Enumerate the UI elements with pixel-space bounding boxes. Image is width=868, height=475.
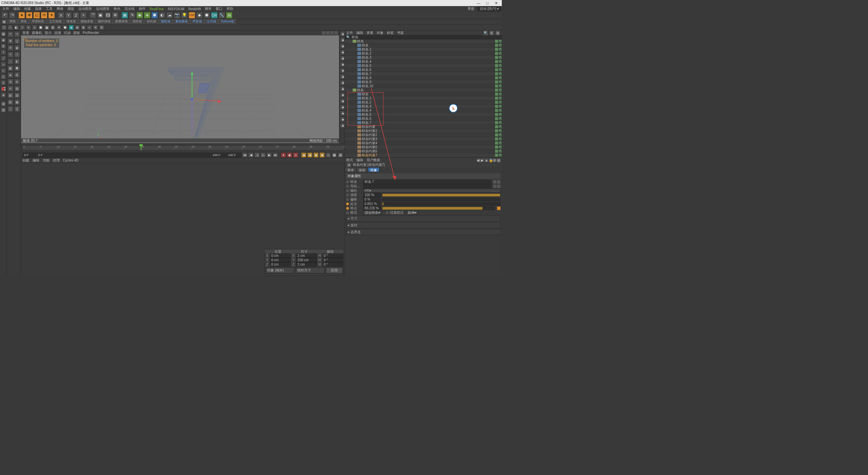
om-icon-b[interactable]: ⊞ bbox=[489, 30, 494, 36]
vp-menu-面板[interactable]: 面板 bbox=[73, 31, 80, 35]
keyframe-icon[interactable] bbox=[497, 207, 500, 210]
move-tool[interactable]: ✥ bbox=[26, 12, 33, 19]
undo-button[interactable]: ↶ bbox=[1, 12, 8, 19]
menu-7[interactable]: 运动图形 bbox=[77, 6, 94, 11]
sb-icon[interactable]: ▦ bbox=[1, 19, 7, 24]
camera-tool[interactable]: 📷 bbox=[174, 12, 180, 19]
record-key[interactable]: ● bbox=[281, 152, 286, 158]
magnet-icon[interactable]: 🧲 bbox=[1, 86, 6, 92]
menu-12[interactable]: RealFlow bbox=[148, 7, 165, 11]
menu-10[interactable]: 流水线 bbox=[123, 6, 136, 11]
field-10[interactable]: 随机域 bbox=[159, 19, 173, 24]
attr-mode-dropdown[interactable]: 适合样条 ▾ bbox=[363, 211, 382, 215]
key-s[interactable]: ◆ bbox=[307, 152, 313, 158]
tl-start-field[interactable]: 0 F bbox=[22, 153, 36, 157]
vp-menu-摄像机[interactable]: 摄像机 bbox=[32, 31, 42, 35]
attr-end-field[interactable]: 89.226 % bbox=[363, 206, 381, 210]
lg-2[interactable]: ✥ bbox=[7, 38, 14, 44]
lg-3[interactable]: ◱ bbox=[14, 38, 20, 44]
field-4[interactable]: 球体域 bbox=[64, 19, 78, 24]
lg-15[interactable]: ⊗ bbox=[14, 79, 20, 85]
subdiv-surface[interactable]: ◉ bbox=[136, 12, 143, 19]
attr-menu-模式[interactable]: 模式 bbox=[346, 158, 353, 163]
lg-23[interactable]: ▒ bbox=[14, 106, 20, 112]
field-9[interactable]: 径向域 bbox=[144, 19, 158, 24]
tl-end-in[interactable]: 100 F bbox=[211, 153, 226, 157]
menu-6[interactable]: 捕捉 bbox=[66, 6, 76, 11]
attr-b[interactable]: ▤ bbox=[497, 158, 500, 162]
t2-8[interactable]: ▦ bbox=[44, 25, 50, 30]
attr-a[interactable]: ⊞ bbox=[493, 158, 496, 162]
vp-menu-显示[interactable]: 显示 bbox=[45, 31, 52, 35]
render-view[interactable]: 🎬 bbox=[90, 12, 96, 19]
attr-offset-field[interactable]: 0 % bbox=[363, 197, 381, 202]
om-对象[interactable]: 对象 bbox=[377, 31, 383, 35]
lg-0[interactable]: ↶ bbox=[7, 31, 14, 37]
play-back[interactable]: ◁ bbox=[254, 152, 260, 158]
vp-icon-d[interactable] bbox=[334, 31, 338, 35]
goto-start[interactable]: ⏮ bbox=[242, 152, 248, 158]
link-arrow-icon[interactable] bbox=[493, 180, 496, 184]
t2-6[interactable]: ◊ bbox=[32, 25, 37, 30]
field-5[interactable]: 圆推体域 bbox=[78, 19, 95, 24]
render-pv[interactable]: 🎞 bbox=[104, 12, 111, 19]
key-r[interactable]: ◆ bbox=[313, 152, 319, 158]
coord-mode2[interactable]: 绝对尺寸 bbox=[296, 267, 324, 273]
scale-tool[interactable]: ◱ bbox=[33, 12, 40, 19]
attr-strength-slider[interactable] bbox=[382, 193, 500, 197]
attr-nav-fwd[interactable]: ▶ bbox=[481, 158, 484, 162]
link-arrow-icon[interactable] bbox=[493, 185, 496, 188]
om-icon-c[interactable]: ▤ bbox=[495, 30, 500, 36]
t2-10[interactable]: ✦ bbox=[56, 25, 62, 30]
vp-icon-b[interactable] bbox=[326, 31, 330, 35]
field-3[interactable]: 立方体域 bbox=[47, 19, 64, 24]
lg-6[interactable]: ✎ bbox=[7, 52, 14, 58]
t2-4[interactable]: ✧ bbox=[20, 25, 25, 30]
tool-b[interactable]: ⬣ bbox=[203, 12, 210, 19]
edge-mode[interactable]: ╱ bbox=[1, 56, 6, 61]
t2-14[interactable]: ⊗ bbox=[81, 25, 86, 30]
attr-size-section[interactable]: ▸ 尺寸 bbox=[346, 215, 500, 222]
btab-功能[interactable]: 功能 bbox=[43, 158, 50, 163]
coord-system[interactable]: ⌖ bbox=[80, 12, 87, 19]
t2-3[interactable]: ◐ bbox=[14, 25, 19, 30]
layout-dropdown[interactable]: 启动 [用户] ▾ bbox=[477, 6, 501, 12]
menu-0[interactable]: 文件 bbox=[1, 6, 11, 11]
extrude-gen[interactable]: ◈ bbox=[144, 12, 151, 19]
menu-8[interactable]: 运动图形 bbox=[94, 6, 111, 11]
link-target-icon[interactable] bbox=[497, 180, 500, 184]
cube-primitive[interactable]: ▦ bbox=[121, 12, 128, 19]
btab-Cycles 4D[interactable]: Cycles 4D bbox=[63, 158, 79, 162]
field-1[interactable]: 草绘 bbox=[18, 19, 29, 24]
goto-end[interactable]: ⏭ bbox=[273, 152, 278, 158]
render-region[interactable]: ▣ bbox=[97, 12, 104, 19]
redo-button[interactable]: ↷ bbox=[9, 12, 16, 19]
vp-menu-过滤[interactable]: 过滤 bbox=[64, 31, 71, 35]
t2-9[interactable]: ⊞ bbox=[50, 25, 56, 30]
lg-12[interactable]: ◈ bbox=[7, 72, 14, 78]
lg-21[interactable]: ▩ bbox=[14, 99, 20, 105]
tl-end-field[interactable]: 100 F bbox=[226, 153, 241, 157]
object-tree[interactable]: -样条样条样条.1样条.2样条.3样条.4样条.5样条.6样条.7样条.8样条.… bbox=[345, 39, 502, 157]
lg-19[interactable]: ▤ bbox=[14, 92, 20, 98]
menu-9[interactable]: 角色 bbox=[112, 6, 122, 11]
t2-11[interactable]: ⬣ bbox=[62, 25, 68, 30]
select-tool[interactable]: ➤ bbox=[18, 12, 25, 19]
lg-7[interactable]: ⬡ bbox=[14, 52, 20, 58]
tool-d[interactable]: 🔧 bbox=[218, 12, 225, 19]
workplane-mode[interactable]: ⊞ bbox=[1, 43, 6, 49]
tool-c[interactable]: OR bbox=[211, 12, 218, 19]
field-0[interactable]: 画笔 bbox=[7, 19, 18, 24]
field-8[interactable]: 线性域 bbox=[130, 19, 144, 24]
field-7[interactable]: 胶囊体域 bbox=[113, 19, 130, 24]
vp-menu-选项[interactable]: 选项 bbox=[54, 31, 61, 35]
rotate-tool[interactable]: ⟳ bbox=[41, 12, 47, 19]
attr-nav-back[interactable]: ◀ bbox=[477, 158, 480, 162]
point-mode[interactable]: • bbox=[1, 50, 6, 55]
menu-2[interactable]: 创建 bbox=[22, 6, 33, 11]
vp-icon-c[interactable] bbox=[330, 31, 334, 35]
x-axis-lock[interactable]: X bbox=[58, 12, 64, 19]
menu-13[interactable]: INSYDIUM bbox=[166, 7, 186, 11]
t2-1[interactable]: ⬡ bbox=[1, 25, 7, 30]
cloner-tool[interactable]: ⬢ bbox=[151, 12, 158, 19]
